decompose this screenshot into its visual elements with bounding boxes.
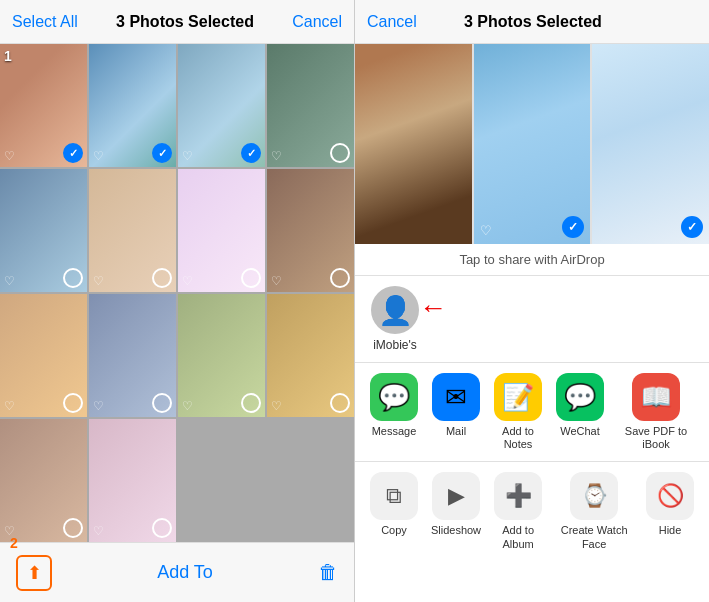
left-header: Select All 3 Photos Selected Cancel — [0, 0, 354, 44]
ibook-label: Save PDF to iBook — [611, 425, 701, 451]
photo-check-circle[interactable] — [330, 143, 350, 163]
hide-label: Hide — [659, 524, 682, 537]
add-to-button[interactable]: Add To — [157, 562, 213, 583]
message-label: Message — [372, 425, 417, 438]
message-icon: 💬 — [370, 373, 418, 421]
heart-icon[interactable]: ♡ — [93, 274, 104, 288]
heart-icon[interactable]: ♡ — [93, 524, 104, 538]
heart-icon[interactable]: ♡ — [4, 399, 15, 413]
trash-button[interactable]: 🗑 — [318, 561, 338, 584]
photo-cell-8[interactable]: ♡ — [267, 169, 354, 292]
notes-icon: 📝 — [494, 373, 542, 421]
left-photos-selected-label: 3 Photos Selected — [116, 13, 254, 31]
photo-cell-10[interactable]: ♡ — [89, 294, 176, 417]
photo-check-circle[interactable] — [241, 393, 261, 413]
copy-label: Copy — [381, 524, 407, 537]
ibook-icon: 📖 — [632, 373, 680, 421]
step-number-label: 2 — [10, 535, 18, 551]
contact-name-label: iMobie's — [367, 338, 423, 352]
preview-check-circle[interactable]: ✓ — [681, 216, 703, 238]
right-header: Cancel 3 Photos Selected — [355, 0, 709, 44]
heart-icon[interactable]: ♡ — [93, 149, 104, 163]
share-icon: ⬆ — [27, 562, 42, 584]
photo-check-circle[interactable] — [330, 268, 350, 288]
heart-icon[interactable]: ♡ — [182, 399, 193, 413]
preview-photo-2[interactable]: ♡✓ — [474, 44, 591, 244]
actions-row: ⧉Copy▶Slideshow➕Add to Album⌚Create Watc… — [355, 462, 709, 560]
share-button[interactable]: ⬆ — [16, 555, 52, 591]
photo-cell-12[interactable]: ♡ — [267, 294, 354, 417]
photo-cell-6[interactable]: ♡ — [89, 169, 176, 292]
heart-icon[interactable]: ♡ — [271, 274, 282, 288]
photo-check-circle[interactable] — [152, 393, 172, 413]
photo-cell-14[interactable]: ♡ — [89, 419, 176, 542]
watchface-label: Create Watch Face — [549, 524, 639, 550]
app-item-notes[interactable]: 📝Add to Notes — [487, 373, 549, 451]
heart-icon[interactable]: ♡ — [182, 274, 193, 288]
right-panel: Cancel 3 Photos Selected ♡✓✓ Tap to shar… — [355, 0, 709, 602]
airdrop-hint: Tap to share with AirDrop — [355, 244, 709, 276]
photo-number-badge: 1 — [4, 48, 12, 64]
album-label: Add to Album — [487, 524, 549, 550]
footer-left-wrap: 2 ⬆ — [16, 555, 52, 591]
apps-row: 💬Message✉Mail📝Add to Notes💬WeChat📖Save P… — [355, 363, 709, 462]
photo-check-circle[interactable] — [152, 518, 172, 538]
left-panel: Select All 3 Photos Selected Cancel 1♡♡♡… — [0, 0, 355, 602]
action-item-slideshow[interactable]: ▶Slideshow — [425, 472, 487, 550]
heart-icon[interactable]: ♡ — [4, 274, 15, 288]
photo-cell-7[interactable]: ♡ — [178, 169, 265, 292]
heart-icon[interactable]: ♡ — [182, 149, 193, 163]
heart-icon[interactable]: ♡ — [271, 149, 282, 163]
photo-check-circle[interactable] — [241, 268, 261, 288]
contact-avatar[interactable]: 👤 — [371, 286, 419, 334]
app-item-ibook[interactable]: 📖Save PDF to iBook — [611, 373, 701, 451]
red-arrow-icon: ← — [419, 292, 447, 324]
photo-check-circle[interactable] — [152, 268, 172, 288]
app-item-message[interactable]: 💬Message — [363, 373, 425, 451]
mail-icon: ✉ — [432, 373, 480, 421]
left-footer: 2 ⬆ Add To 🗑 — [0, 542, 354, 602]
photo-cell-11[interactable]: ♡ — [178, 294, 265, 417]
heart-icon[interactable]: ♡ — [93, 399, 104, 413]
preview-heart-icon[interactable]: ♡ — [480, 223, 492, 238]
heart-icon[interactable]: ♡ — [271, 399, 282, 413]
photo-check-circle[interactable] — [152, 143, 172, 163]
slideshow-icon: ▶ — [432, 472, 480, 520]
app-item-mail[interactable]: ✉Mail — [425, 373, 487, 451]
right-cancel-button[interactable]: Cancel — [367, 13, 417, 31]
slideshow-label: Slideshow — [431, 524, 481, 537]
photo-check-circle[interactable] — [63, 268, 83, 288]
photo-check-circle[interactable] — [63, 518, 83, 538]
photo-check-circle[interactable] — [63, 143, 83, 163]
photo-grid: 1♡♡♡♡♡♡♡♡♡♡♡♡♡♡ — [0, 44, 354, 542]
action-item-hide[interactable]: 🚫Hide — [639, 472, 701, 550]
action-item-copy[interactable]: ⧉Copy — [363, 472, 425, 550]
photo-cell-2[interactable]: ♡ — [89, 44, 176, 167]
action-item-watchface[interactable]: ⌚Create Watch Face — [549, 472, 639, 550]
preview-strip: ♡✓✓ — [355, 44, 709, 244]
photo-cell-1[interactable]: 1♡ — [0, 44, 87, 167]
album-icon: ➕ — [494, 472, 542, 520]
photo-check-circle[interactable] — [241, 143, 261, 163]
photo-check-circle[interactable] — [63, 393, 83, 413]
app-item-wechat[interactable]: 💬WeChat — [549, 373, 611, 451]
mail-label: Mail — [446, 425, 466, 438]
photo-check-circle[interactable] — [330, 393, 350, 413]
left-cancel-button[interactable]: Cancel — [292, 13, 342, 31]
photo-cell-3[interactable]: ♡ — [178, 44, 265, 167]
heart-icon[interactable]: ♡ — [4, 149, 15, 163]
hide-icon: 🚫 — [646, 472, 694, 520]
photo-cell-9[interactable]: ♡ — [0, 294, 87, 417]
preview-check-circle[interactable]: ✓ — [562, 216, 584, 238]
preview-photo-3[interactable]: ✓ — [592, 44, 709, 244]
preview-photo-1[interactable] — [355, 44, 472, 244]
select-all-button[interactable]: Select All — [12, 13, 78, 31]
photo-cell-13[interactable]: ♡ — [0, 419, 87, 542]
photo-cell-4[interactable]: ♡ — [267, 44, 354, 167]
wechat-icon: 💬 — [556, 373, 604, 421]
notes-label: Add to Notes — [487, 425, 549, 451]
photo-cell-5[interactable]: ♡ — [0, 169, 87, 292]
contact-row: 👤 iMobie's ← — [355, 276, 709, 363]
action-item-album[interactable]: ➕Add to Album — [487, 472, 549, 550]
right-photos-selected-label: 3 Photos Selected — [464, 13, 602, 31]
